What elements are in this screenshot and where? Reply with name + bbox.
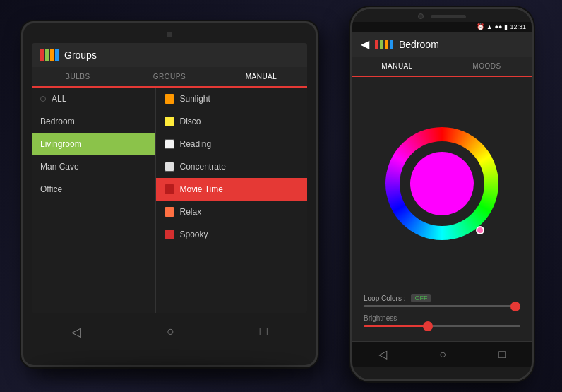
color-wheel-container[interactable] [352,77,532,290]
concentrate-color [165,162,174,172]
phone-screen: ◀ Bedroom MANUAL MOODS [352,32,532,367]
tablet-screen: Groups BULBS GROUPS MANUAL ALL Bedroom L… [32,43,307,313]
list-item-all[interactable]: ALL [32,88,155,110]
tab-bulbs[interactable]: BULBS [32,67,124,86]
icon-bar-orange [50,49,54,61]
loop-colors-label: Loop Colors : [364,295,405,302]
phone-header: ◀ Bedroom [352,32,532,57]
phone-app-icon [375,40,393,49]
phone-bottom-bezel [352,367,532,379]
all-dot [40,96,46,102]
icon-bar-blue [55,49,59,61]
tablet-nav-bar: ◁ ○ □ [29,320,310,344]
tablet-back-button[interactable]: ◁ [71,324,81,340]
sliders-section: Loop Colors : OFF Brightness [352,290,532,341]
tablet-app-title: Groups [64,49,97,61]
disco-color [165,117,174,126]
phone-nav-back[interactable]: ◁ [378,348,387,361]
groups-left-list: ALL Bedroom Livingroom Man Cave Office [32,88,156,313]
tablet-camera [167,32,172,37]
loop-colors-value[interactable]: OFF [411,294,431,302]
list-item-livingroom[interactable]: Livingroom [32,133,155,155]
movietime-color [165,184,174,194]
groups-right-list: Sunlight Disco Reading Concentrate Movie… [156,88,308,313]
phone-icon-bar-orange [385,40,388,49]
reading-color [165,139,174,149]
phone-nav-home[interactable]: ○ [439,348,446,361]
phone-tab-moods[interactable]: MOODS [442,57,532,76]
phone-nav-bar: ◁ ○ □ [352,341,532,367]
icon-bar-green [45,49,49,61]
phone-title: Bedroom [399,39,523,50]
tablet-recents-button[interactable]: □ [260,324,268,339]
phone-icon-bar-blue [390,40,393,49]
signal-icon: ●● [495,23,503,30]
tablet-header: Groups [32,43,307,67]
app-icon [40,49,59,61]
list-item-disco[interactable]: Disco [156,110,308,133]
tab-groups[interactable]: GROUPS [124,67,215,86]
battery-icon: ▮ [504,23,508,30]
tablet-home-button[interactable]: ○ [167,324,174,339]
phone-icon-bar-green [380,40,383,49]
sunlight-color [165,94,174,104]
phone-top [352,9,532,22]
list-item-spooky[interactable]: Spooky [156,223,308,246]
icon-bar-red [40,49,44,61]
phone-device: ⏰ ▲ ●● ▮ 12:31 ◀ Bedroom MANUAL MOODS [350,7,534,381]
phone-camera [418,13,424,19]
spooky-color [165,230,174,239]
phone-nav-recents[interactable]: □ [498,348,506,361]
tab-manual[interactable]: MANUAL [215,67,307,88]
phone-icon-bar-red [375,40,378,49]
alarm-icon: ⏰ [477,23,484,30]
list-item-sunlight[interactable]: Sunlight [156,88,308,110]
phone-tabs: MANUAL MOODS [352,57,532,77]
status-icons: ⏰ ▲ ●● ▮ 12:31 [477,23,526,30]
time-display: 12:31 [510,23,526,30]
loop-colors-thumb[interactable] [510,302,520,311]
brightness-slider[interactable] [364,325,520,327]
phone-tab-manual[interactable]: MANUAL [352,57,442,77]
brightness-label: Brightness [364,314,520,322]
list-item-concentrate[interactable]: Concentrate [156,155,308,178]
wheel-selector-handle[interactable] [476,226,484,234]
list-item-bedroom[interactable]: Bedroom [32,110,155,133]
list-item-movietime[interactable]: Movie Time [156,178,308,201]
relax-color [165,207,174,217]
loop-colors-row: Loop Colors : OFF [364,294,520,307]
tablet-tabs: BULBS GROUPS MANUAL [32,67,307,88]
tablet-content: ALL Bedroom Livingroom Man Cave Office [32,88,307,313]
list-item-relax[interactable]: Relax [156,201,308,223]
brightness-row: Brightness [364,314,520,327]
loop-colors-slider[interactable] [364,305,520,307]
loop-colors-label-row: Loop Colors : OFF [364,294,520,302]
list-item-mancave[interactable]: Man Cave [32,155,155,178]
phone-status-bar: ⏰ ▲ ●● ▮ 12:31 [352,22,532,32]
wifi-icon: ▲ [486,23,493,30]
wheel-center-dot [410,152,474,215]
phone-back-arrow[interactable]: ◀ [361,37,369,51]
list-item-office[interactable]: Office [32,178,155,201]
color-wheel[interactable] [385,127,498,240]
phone-speaker [431,15,466,18]
list-item-reading[interactable]: Reading [156,133,308,155]
tablet-device: Groups BULBS GROUPS MANUAL ALL Bedroom L… [21,21,318,367]
brightness-thumb[interactable] [423,321,433,331]
